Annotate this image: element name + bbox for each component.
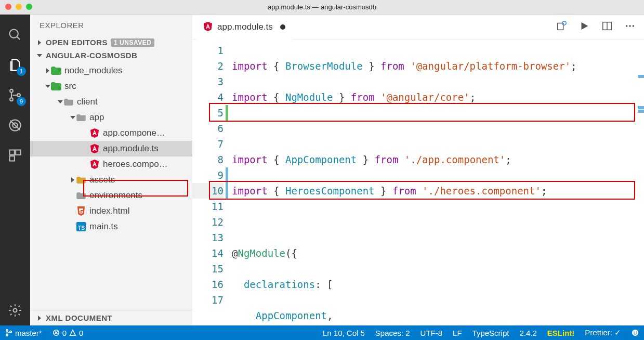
explorer-title: EXPLORER <box>30 15 192 36</box>
encoding[interactable]: UTF-8 <box>415 325 448 340</box>
tree-item-client[interactable]: client <box>30 94 192 110</box>
chevron-down-icon <box>36 53 43 58</box>
code-area[interactable]: 1234 5678 9101112 1314151617 import { Br… <box>192 40 644 325</box>
svg-point-0 <box>10 30 18 38</box>
html-icon <box>76 206 86 216</box>
folder-icon <box>51 66 61 76</box>
zoom-window-icon[interactable] <box>26 4 32 10</box>
angular-icon <box>89 128 100 138</box>
explorer-icon[interactable]: 1 <box>0 50 30 80</box>
minimize-window-icon[interactable] <box>16 4 22 10</box>
tree-item-main-ts[interactable]: TS main.ts <box>30 219 192 234</box>
tree-label: heroes.compo… <box>103 159 168 169</box>
svg-point-25 <box>632 330 638 336</box>
window-title: app.module.ts — angular-cosmosdb <box>268 3 376 11</box>
window-controls <box>5 4 32 10</box>
activity-bar: 1 9 <box>0 15 30 325</box>
settings-icon[interactable] <box>0 295 30 325</box>
open-editors-label: OPEN EDITORS <box>46 38 108 47</box>
svg-point-16 <box>626 25 628 27</box>
feedback-icon[interactable] <box>626 325 644 340</box>
svg-point-19 <box>6 330 8 332</box>
more-icon[interactable] <box>624 20 636 33</box>
split-editor-icon[interactable] <box>601 20 613 33</box>
xml-document-label: XML DOCUMENT <box>46 313 112 322</box>
diff-icon[interactable] <box>556 20 567 33</box>
chevron-down-icon <box>45 84 51 89</box>
tab-app-module[interactable]: app.module.ts <box>196 15 293 40</box>
tree-label: main.ts <box>89 221 118 232</box>
angular-icon <box>89 159 100 169</box>
tree-label: assets <box>89 175 115 185</box>
extensions-icon[interactable] <box>0 140 30 171</box>
source-control-icon[interactable]: 9 <box>0 80 30 110</box>
search-icon[interactable] <box>0 20 30 50</box>
tree-item-src[interactable]: src <box>30 79 192 94</box>
titlebar: app.module.ts — angular-cosmosdb <box>0 0 644 15</box>
folder-open-icon <box>51 81 61 91</box>
chevron-right-icon <box>45 68 51 73</box>
angular-icon <box>89 143 100 154</box>
scm-badge: 9 <box>17 97 26 106</box>
explorer-sidebar: EXPLORER OPEN EDITORS 1 UNSAVED ANGULAR-… <box>30 15 192 325</box>
indentation[interactable]: Spaces: 2 <box>370 325 415 340</box>
close-window-icon[interactable] <box>5 4 11 10</box>
project-section[interactable]: ANGULAR-COSMOSDB <box>30 49 192 62</box>
svg-point-18 <box>633 25 635 27</box>
warnings-count: 0 <box>79 329 83 337</box>
tree-item-node-modules[interactable]: node_modules <box>30 63 192 79</box>
change-marker <box>226 105 228 121</box>
tree-label: src <box>64 81 76 91</box>
tree-item-assets[interactable]: assets <box>30 172 192 188</box>
git-branch[interactable]: master* <box>0 325 47 340</box>
errors-count: 0 <box>62 329 67 337</box>
debug-icon[interactable] <box>0 110 30 140</box>
tab-bar: app.module.ts <box>192 15 644 40</box>
chevron-down-icon <box>57 99 63 104</box>
svg-point-20 <box>6 334 8 336</box>
tree-label: environments <box>89 190 142 201</box>
tree-label: client <box>77 97 98 107</box>
folder-icon <box>76 190 86 201</box>
branch-label: master* <box>15 329 42 337</box>
tree-item-environments[interactable]: environments <box>30 188 192 203</box>
editor: app.module.ts 1234 5678 9101112 13141516… <box>192 15 644 325</box>
code-content[interactable]: import { BrowserModule } from '@angular/… <box>232 40 644 325</box>
chevron-right-icon <box>70 177 76 182</box>
angular-icon <box>204 22 213 32</box>
tree-label: app <box>89 112 104 123</box>
chevron-down-icon <box>70 115 76 120</box>
tree-item-app[interactable]: app <box>30 110 192 125</box>
svg-point-21 <box>10 331 12 333</box>
problems[interactable]: 0 0 <box>47 325 89 340</box>
tree-item-heroes-component[interactable]: heroes.compo… <box>30 156 192 172</box>
file-tree: node_modules src client app <box>30 62 192 238</box>
cursor-position[interactable]: Ln 10, Col 5 <box>318 325 370 340</box>
folder-open-icon <box>63 97 74 107</box>
tab-label: app.module.ts <box>217 22 273 32</box>
eol[interactable]: LF <box>448 325 467 340</box>
eslint-status[interactable]: ESLint! <box>542 325 580 340</box>
prettier-status[interactable]: Prettier: ✓ <box>580 325 626 340</box>
svg-point-26 <box>634 332 635 333</box>
run-icon[interactable] <box>579 20 590 33</box>
tree-item-app-component[interactable]: app.compone… <box>30 125 192 141</box>
overview-ruler <box>636 40 644 325</box>
svg-rect-10 <box>10 156 15 161</box>
folder-open-icon <box>76 112 86 123</box>
svg-rect-9 <box>16 150 20 155</box>
tree-item-app-module[interactable]: app.module.ts <box>30 141 192 156</box>
status-bar: master* 0 0 Ln 10, Col 5 Spaces: 2 UTF-8… <box>0 325 644 340</box>
xml-document-section[interactable]: XML DOCUMENT <box>30 310 192 325</box>
change-marker <box>226 167 228 199</box>
chevron-right-icon <box>36 40 43 45</box>
open-editors-section[interactable]: OPEN EDITORS 1 UNSAVED <box>30 36 192 49</box>
tree-item-index-html[interactable]: index.html <box>30 203 192 219</box>
tree-label: app.compone… <box>103 128 165 138</box>
ts-version[interactable]: 2.4.2 <box>514 325 542 340</box>
svg-line-1 <box>17 37 20 40</box>
editor-actions <box>556 20 644 33</box>
svg-point-11 <box>14 309 17 312</box>
dirty-indicator-icon <box>280 24 285 30</box>
language-mode[interactable]: TypeScript <box>467 325 515 340</box>
